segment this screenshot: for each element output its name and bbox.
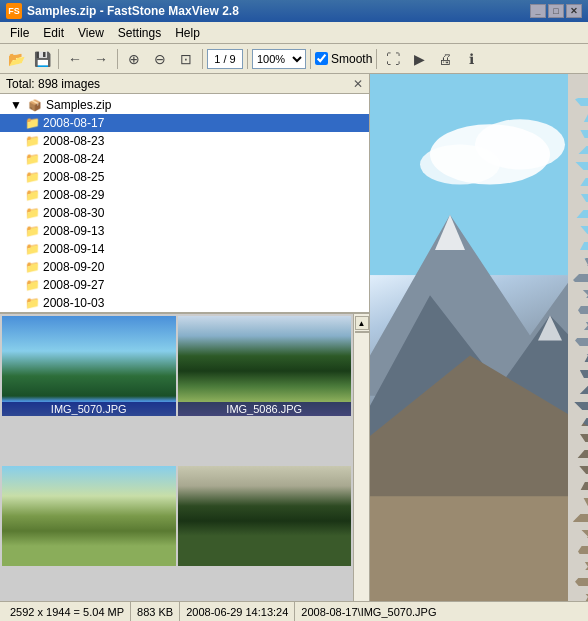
preview-image xyxy=(370,74,588,621)
scrollbar-up-button[interactable]: ▲ xyxy=(355,316,369,330)
tree-item-9: 2008-09-27 xyxy=(43,278,104,292)
fullscreen-button[interactable]: ⛶ xyxy=(381,47,405,71)
menu-settings[interactable]: Settings xyxy=(112,24,167,42)
menu-edit[interactable]: Edit xyxy=(37,24,70,42)
tree-row-10[interactable]: 📁 2008-10-03 xyxy=(0,294,369,312)
tree-row-2[interactable]: 📁 2008-08-24 xyxy=(0,150,369,168)
app-icon: FS xyxy=(6,3,22,19)
toolbar-separator-2 xyxy=(117,49,118,69)
thumbnail-item-1[interactable]: IMG_5086.JPG xyxy=(178,316,352,416)
toolbar-separator-6 xyxy=(376,49,377,69)
fit-button[interactable]: ⊡ xyxy=(174,47,198,71)
tree-row-4[interactable]: 📁 2008-08-29 xyxy=(0,186,369,204)
smooth-checkbox[interactable] xyxy=(315,52,328,65)
tree-panel: Total: 898 images ✕ ▼ 📦 Samples.zip 📁 20… xyxy=(0,74,369,314)
tree-item-10: 2008-10-03 xyxy=(43,296,104,310)
preview-panel xyxy=(370,74,588,621)
scrollbar-track xyxy=(355,330,369,601)
toolbar-separator-3 xyxy=(202,49,203,69)
folder-icon-7: 📁 xyxy=(24,242,40,256)
window-title: Samples.zip - FastStone MaxView 2.8 xyxy=(27,4,530,18)
save-button[interactable]: 💾 xyxy=(30,47,54,71)
slideshow-button[interactable]: ▶ xyxy=(407,47,431,71)
tree-row-6[interactable]: 📁 2008-09-13 xyxy=(0,222,369,240)
tree-item-4: 2008-08-29 xyxy=(43,188,104,202)
svg-point-3 xyxy=(420,144,500,184)
left-panel: Total: 898 images ✕ ▼ 📦 Samples.zip 📁 20… xyxy=(0,74,370,621)
thumbnail-scrollbar[interactable]: ▲ ▼ xyxy=(353,314,369,615)
folder-icon-10: 📁 xyxy=(24,296,40,310)
thumbnail-image-0 xyxy=(2,316,176,416)
status-dimensions: 2592 x 1944 = 5.04 MP xyxy=(4,602,131,621)
zip-icon: 📦 xyxy=(27,98,43,112)
open-button[interactable]: 📂 xyxy=(4,47,28,71)
thumbnail-item-2[interactable] xyxy=(2,466,176,566)
folder-icon-3: 📁 xyxy=(24,170,40,184)
print-button[interactable]: 🖨 xyxy=(433,47,457,71)
folder-icon-6: 📁 xyxy=(24,224,40,238)
tree-root-label: Samples.zip xyxy=(46,98,111,112)
back-button[interactable]: ← xyxy=(63,47,87,71)
menu-file[interactable]: File xyxy=(4,24,35,42)
tree-item-5: 2008-08-30 xyxy=(43,206,104,220)
forward-button[interactable]: → xyxy=(89,47,113,71)
thumbnail-label-0: IMG_5070.JPG xyxy=(2,402,176,416)
thumbnail-image-2 xyxy=(2,466,176,566)
page-input[interactable] xyxy=(207,49,243,69)
toolbar: 📂 💾 ← → ⊕ ⊖ ⊡ 100% 75% 50% Fit Smooth ⛶ … xyxy=(0,44,588,74)
smooth-label: Smooth xyxy=(331,52,372,66)
folder-icon-4: 📁 xyxy=(24,188,40,202)
close-button[interactable]: ✕ xyxy=(566,4,582,18)
title-bar: FS Samples.zip - FastStone MaxView 2.8 _… xyxy=(0,0,588,22)
toolbar-separator-5 xyxy=(310,49,311,69)
tree-close-button[interactable]: ✕ xyxy=(353,77,363,91)
folder-icon-8: 📁 xyxy=(24,260,40,274)
main-content: Total: 898 images ✕ ▼ 📦 Samples.zip 📁 20… xyxy=(0,74,588,621)
status-bar: 2592 x 1944 = 5.04 MP 883 KB 2008-06-29 … xyxy=(0,601,588,621)
thumbnail-image-3 xyxy=(178,466,352,566)
tree-item-3: 2008-08-25 xyxy=(43,170,104,184)
tree-row-8[interactable]: 📁 2008-09-20 xyxy=(0,258,369,276)
tree-body[interactable]: ▼ 📦 Samples.zip 📁 2008-08-17 📁 2008-08-2… xyxy=(0,94,369,312)
tree-row-1[interactable]: 📁 2008-08-23 xyxy=(0,132,369,150)
scrollbar-thumb[interactable] xyxy=(355,331,369,333)
folder-icon-5: 📁 xyxy=(24,206,40,220)
status-filepath: 2008-08-17\IMG_5070.JPG xyxy=(295,602,442,621)
tree-row-0[interactable]: 📁 2008-08-17 xyxy=(0,114,369,132)
minimize-button[interactable]: _ xyxy=(530,4,546,18)
page-nav xyxy=(207,49,243,69)
maximize-button[interactable]: □ xyxy=(548,4,564,18)
folder-icon-1: 📁 xyxy=(24,134,40,148)
info-button[interactable]: ℹ xyxy=(459,47,483,71)
menu-help[interactable]: Help xyxy=(169,24,206,42)
thumbnail-item-3[interactable] xyxy=(178,466,352,566)
thumbnail-panel: IMG_5070.JPG IMG_5086.JPG xyxy=(0,314,369,621)
toolbar-separator-4 xyxy=(247,49,248,69)
menu-view[interactable]: View xyxy=(72,24,110,42)
tree-row-7[interactable]: 📁 2008-09-14 xyxy=(0,240,369,258)
folder-icon-9: 📁 xyxy=(24,278,40,292)
status-filesize: 883 KB xyxy=(131,602,180,621)
thumbnail-item-0[interactable]: IMG_5070.JPG xyxy=(2,316,176,416)
tree-item-2: 2008-08-24 xyxy=(43,152,104,166)
zoom-out-button[interactable]: ⊖ xyxy=(148,47,172,71)
thumbnail-grid[interactable]: IMG_5070.JPG IMG_5086.JPG xyxy=(0,314,353,615)
expand-icon: ▼ xyxy=(8,98,24,112)
zoom-select[interactable]: 100% 75% 50% Fit xyxy=(252,49,306,69)
svg-marker-10 xyxy=(568,74,588,621)
toolbar-separator-1 xyxy=(58,49,59,69)
tree-item-7: 2008-09-14 xyxy=(43,242,104,256)
status-datetime: 2008-06-29 14:13:24 xyxy=(180,602,295,621)
window-controls: _ □ ✕ xyxy=(530,4,582,18)
tree-item-0: 2008-08-17 xyxy=(43,116,104,130)
tree-row-3[interactable]: 📁 2008-08-25 xyxy=(0,168,369,186)
tree-row-9[interactable]: 📁 2008-09-27 xyxy=(0,276,369,294)
tree-row-5[interactable]: 📁 2008-08-30 xyxy=(0,204,369,222)
zoom-in-button[interactable]: ⊕ xyxy=(122,47,146,71)
tree-total-label: Total: 898 images xyxy=(6,77,100,91)
tree-row-root[interactable]: ▼ 📦 Samples.zip xyxy=(0,96,369,114)
tree-item-1: 2008-08-23 xyxy=(43,134,104,148)
thumbnail-body: IMG_5070.JPG IMG_5086.JPG xyxy=(0,314,369,615)
folder-icon-0: 📁 xyxy=(24,116,40,130)
smooth-checkbox-label[interactable]: Smooth xyxy=(315,52,372,66)
